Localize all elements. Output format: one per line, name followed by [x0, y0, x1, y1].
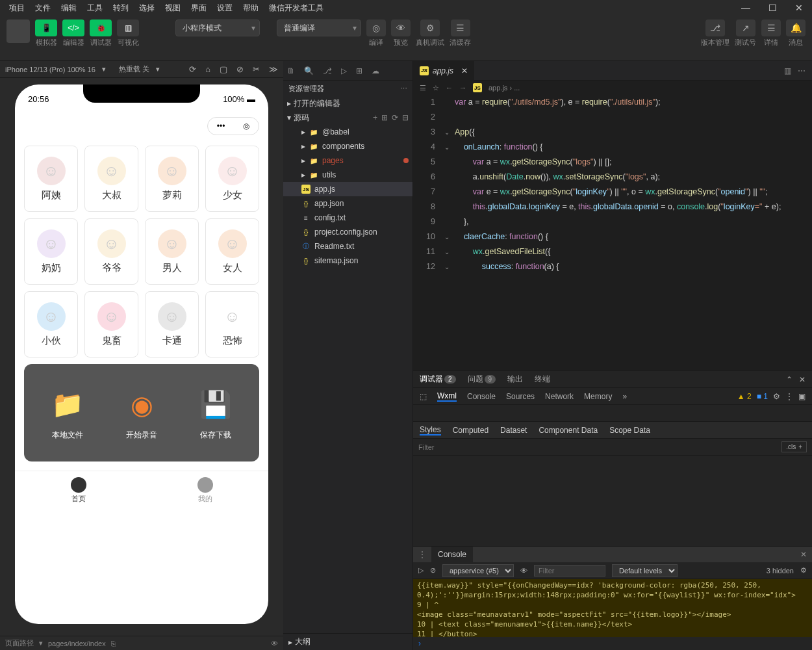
menu-select[interactable]: 选择 [135, 1, 159, 15]
component-data-tab[interactable]: Component Data [539, 426, 598, 435]
source-section[interactable]: ▾ 源码+⊞⟳⊟ [283, 110, 412, 125]
dataset-tab[interactable]: Dataset [500, 426, 527, 435]
cls-button[interactable]: .cls+ [781, 441, 807, 452]
remote-debug-button[interactable]: ⚙真机调试 [416, 20, 444, 47]
hot-reload-toggle[interactable]: 热重载 关 [119, 64, 149, 74]
eye-icon[interactable]: 👁 [271, 640, 278, 647]
dt-tab-terminal[interactable]: 终端 [535, 374, 550, 385]
dt-tab-problems[interactable]: 问题9 [468, 374, 496, 385]
tab-home[interactable]: 首页 [15, 471, 142, 510]
open-editors-section[interactable]: ▸ 打开的编辑器 [283, 96, 412, 110]
file-readme[interactable]: ⓘReadme.txt [283, 239, 412, 254]
save-download-button[interactable]: 💾保存下载 [196, 385, 235, 441]
plugin-icon[interactable]: ☁ [372, 66, 379, 75]
tab-mine[interactable]: 我的 [142, 471, 268, 510]
folder-babel[interactable]: ▸ 📁@babel [283, 125, 412, 139]
styles-tab[interactable]: Styles [420, 425, 441, 436]
maximize-icon[interactable]: ☐ [765, 1, 781, 14]
voice-card[interactable]: ☺少女 [205, 146, 259, 212]
git-icon[interactable]: ⎇ [323, 66, 332, 75]
collapse-icon[interactable]: ⊟ [402, 113, 409, 122]
voice-card[interactable]: ☺男人 [145, 218, 199, 285]
back-icon[interactable]: ⊘ [236, 64, 244, 74]
cut-icon[interactable]: ✂ [253, 64, 260, 74]
more-icon[interactable]: ⋯ [798, 66, 806, 75]
clear-console-icon[interactable]: ▷ [418, 566, 424, 575]
outline-section[interactable]: ▸ 大纲 [283, 633, 412, 650]
minimize-icon[interactable]: — [737, 1, 754, 14]
file-project-config[interactable]: {}project.config.json [283, 225, 412, 239]
breadcrumb[interactable]: app.js › ... [488, 84, 520, 92]
more-icon[interactable]: ⋯ [400, 84, 407, 93]
voice-card[interactable]: ☺小伙 [24, 291, 78, 358]
dt-tab-output[interactable]: 输出 [507, 374, 523, 385]
compile-select[interactable]: 普通编译 [277, 20, 361, 36]
network-tab[interactable]: Network [545, 392, 574, 401]
console-tab[interactable]: Console [467, 392, 496, 401]
more-icon[interactable]: ⋮ [785, 392, 793, 401]
preview-button[interactable]: 👁预览 [391, 20, 411, 47]
voice-card[interactable]: ☺大叔 [84, 146, 138, 212]
simulator-button[interactable]: 📱模拟器 [35, 20, 57, 47]
debug-icon[interactable]: ▷ [341, 66, 347, 75]
test-account-button[interactable]: ↗测试号 [735, 20, 756, 47]
context-select[interactable]: appservice (#5) [442, 564, 514, 577]
more-icon[interactable]: ≫ [269, 64, 278, 74]
voice-card[interactable]: ☺女人 [205, 218, 259, 285]
mode-select[interactable]: 小程序模式 [175, 20, 260, 36]
sources-tab[interactable]: Sources [506, 392, 535, 401]
copy-icon[interactable]: ⎘ [111, 640, 116, 647]
console-tab[interactable]: Console [431, 547, 473, 562]
menu-help[interactable]: 帮助 [239, 1, 262, 15]
menu-edit[interactable]: 编辑 [57, 1, 81, 15]
new-file-icon[interactable]: + [373, 113, 377, 122]
explorer-icon[interactable]: 🗎 [287, 66, 295, 75]
file-app-json[interactable]: {}app.json [283, 196, 412, 211]
folder-components[interactable]: ▸ 📁components [283, 139, 412, 153]
refresh-icon[interactable]: ⟳ [189, 64, 196, 74]
more-tabs-icon[interactable]: » [622, 392, 627, 401]
bookmark-icon[interactable]: ☆ [433, 84, 439, 92]
console-filter-input[interactable] [534, 565, 605, 577]
dt-tab-debugger[interactable]: 调试器2 [420, 374, 456, 385]
menu-interface[interactable]: 界面 [187, 1, 210, 15]
chevron-up-icon[interactable]: ⌃ [786, 375, 793, 384]
file-app-js[interactable]: JSapp.js [283, 182, 412, 196]
folder-pages[interactable]: ▸ 📁pages [283, 153, 412, 168]
debugger-button[interactable]: 🐞调试器 [90, 20, 112, 47]
menu-wechat-devtools[interactable]: 微信开发者工具 [265, 1, 327, 15]
memory-tab[interactable]: Memory [584, 392, 612, 401]
ext-icon[interactable]: ⊞ [356, 66, 362, 75]
record-button[interactable]: ◉开始录音 [122, 385, 161, 441]
version-button[interactable]: ⎇版本管理 [701, 20, 730, 47]
file-sitemap[interactable]: {}sitemap.json [283, 254, 412, 268]
console-menu-icon[interactable]: ⋮ [413, 550, 431, 559]
wxml-tab[interactable]: Wxml [437, 391, 457, 402]
capsule-menu[interactable]: •••◎ [207, 117, 259, 135]
menu-settings[interactable]: 设置 [213, 1, 236, 15]
refresh-tree-icon[interactable]: ⟳ [392, 113, 398, 122]
rotate-icon[interactable]: ▢ [220, 64, 227, 74]
dock-icon[interactable]: ▣ [798, 392, 806, 401]
messages-button[interactable]: 🔔消息 [786, 20, 806, 47]
scope-data-tab[interactable]: Scope Data [609, 426, 650, 435]
editor-tab[interactable]: JSapp.js✕ [413, 61, 474, 81]
voice-card[interactable]: ☺鬼畜 [84, 291, 138, 358]
voice-card[interactable]: ☺阿姨 [24, 146, 78, 212]
visualize-button[interactable]: ▥可视化 [117, 20, 139, 47]
eye-icon[interactable]: 👁 [520, 567, 527, 575]
code-editor[interactable]: 1var a = require("./utils/md5.js"), e = … [413, 95, 812, 370]
gear-icon[interactable]: ⚙ [800, 566, 807, 575]
toggle-tree-icon[interactable]: ☰ [420, 84, 426, 92]
gear-icon[interactable]: ⚙ [773, 392, 780, 401]
back-icon[interactable]: ← [446, 84, 453, 92]
file-config-txt[interactable]: ≡config.txt [283, 211, 412, 225]
clear-cache-button[interactable]: ☰清缓存 [450, 20, 471, 47]
voice-card[interactable]: ☺奶奶 [24, 218, 78, 285]
styles-filter-input[interactable] [418, 443, 781, 451]
close-tab-icon[interactable]: ✕ [461, 66, 468, 75]
forward-icon[interactable]: → [459, 84, 466, 92]
console-prompt[interactable]: › [413, 637, 812, 650]
editor-button[interactable]: </>编辑器 [62, 20, 84, 47]
menu-tools[interactable]: 工具 [83, 1, 107, 15]
